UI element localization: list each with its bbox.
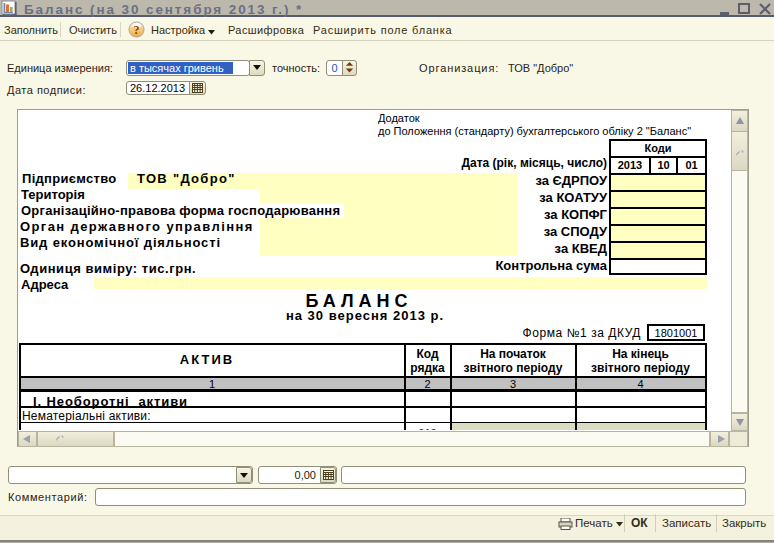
- svg-text:?: ?: [134, 23, 140, 37]
